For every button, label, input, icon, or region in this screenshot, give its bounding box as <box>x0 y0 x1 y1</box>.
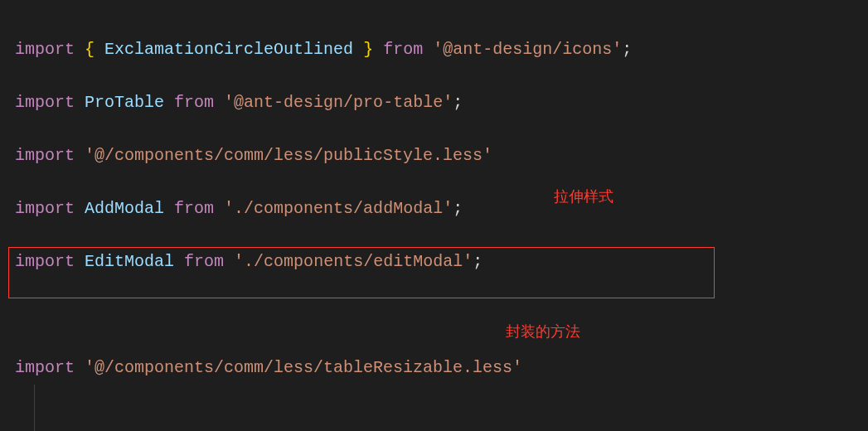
code-line[interactable]: import '@/components/comm/less/tableResi… <box>15 355 868 381</box>
string-literal: './components/addModal' <box>224 199 453 218</box>
keyword-import: import <box>15 199 75 218</box>
code-line[interactable] <box>15 408 868 431</box>
code-line[interactable]: import AddModal from './components/addMo… <box>15 196 868 222</box>
code-line[interactable]: import ProTable from '@ant-design/pro-ta… <box>15 90 868 116</box>
identifier: AddModal <box>85 199 164 218</box>
keyword-from: from <box>174 93 214 112</box>
semicolon: ; <box>473 252 482 271</box>
keyword-from: from <box>184 252 224 271</box>
string-literal: '@ant-design/icons' <box>433 40 622 59</box>
brace-open: { <box>85 40 95 59</box>
identifier: EditModal <box>85 252 174 271</box>
annotation-wrapped-method: 封装的方法 <box>506 322 580 341</box>
identifier: ProTable <box>85 93 164 112</box>
code-line[interactable] <box>15 302 868 328</box>
string-literal: '@ant-design/pro-table' <box>224 93 453 112</box>
keyword-from: from <box>383 40 423 59</box>
keyword-import: import <box>15 93 75 112</box>
string-literal: '@/components/comm/less/tableResizable.l… <box>85 358 522 377</box>
code-line[interactable]: import { ExclamationCircleOutlined } fro… <box>15 36 868 63</box>
code-editor[interactable]: import { ExclamationCircleOutlined } fro… <box>0 0 868 431</box>
semicolon: ; <box>453 199 463 218</box>
code-line[interactable]: import '@/components/comm/less/publicSty… <box>15 143 868 169</box>
string-literal: '@/components/comm/less/publicStyle.less… <box>85 146 492 165</box>
annotation-stretch-style: 拉伸样式 <box>554 186 613 206</box>
semicolon: ; <box>622 40 632 59</box>
keyword-import: import <box>15 358 75 377</box>
keyword-import: import <box>15 40 75 59</box>
brace-close: } <box>363 40 373 59</box>
semicolon: ; <box>453 93 463 112</box>
string-literal: './components/editModal' <box>234 252 473 271</box>
indent-guide <box>34 385 35 431</box>
keyword-import: import <box>15 146 75 165</box>
keyword-from: from <box>174 199 214 218</box>
keyword-import: import <box>15 252 75 271</box>
code-line[interactable]: import EditModal from './components/edit… <box>15 249 868 275</box>
identifier: ExclamationCircleOutlined <box>104 40 353 59</box>
